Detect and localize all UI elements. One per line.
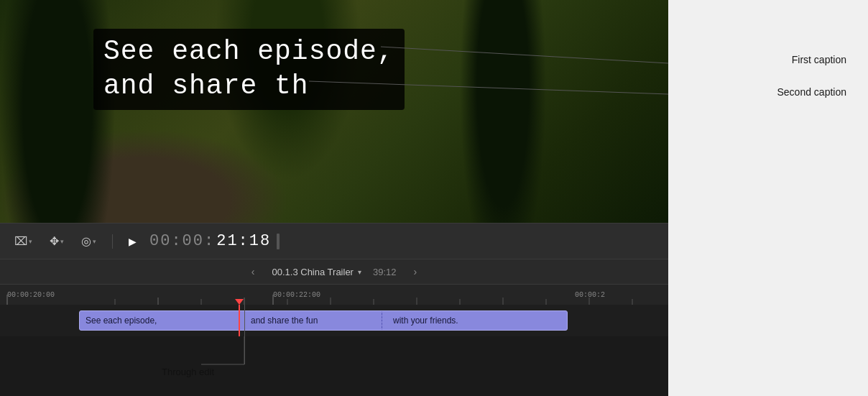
timeline-nav: ‹ 00.1.3 China Trailer ▾ 39:12 › [0, 259, 668, 285]
below-timeline-area [0, 336, 668, 396]
through-edit-label: Through edit [162, 367, 214, 377]
crop-button[interactable]: ⌧ ▾ [10, 231, 37, 251]
transform-tool-group: ✥ ▾ [45, 231, 68, 251]
crop-dropdown-arrow: ▾ [29, 238, 32, 245]
playhead-head [235, 299, 244, 305]
tc-segment-indicator [277, 234, 280, 249]
speed-dropdown-arrow: ▾ [93, 238, 96, 245]
speed-button[interactable]: ◎ ▾ [77, 231, 101, 251]
timecode-active-part: 21:18 [216, 232, 271, 250]
transform-dropdown-arrow: ▾ [60, 238, 64, 245]
play-icon: ▶ [129, 236, 137, 247]
timeline-ruler: 00:00:20:00 00:00:22:00 00:00:2 [0, 285, 668, 305]
next-arrow[interactable]: › [408, 263, 423, 280]
timeline-title-text: 00.1.3 China Trailer [272, 267, 354, 277]
speed-icon: ◎ [81, 234, 91, 248]
ruler-ticks-svg [0, 285, 668, 305]
caption-line-1: See each episode, [103, 34, 394, 69]
through-edit-tick-line [244, 305, 245, 364]
timecode-display: 00:00:21:18 [149, 232, 280, 250]
playhead [239, 305, 240, 336]
crop-tool-group: ⌧ ▾ [10, 231, 37, 251]
video-preview: See each episode, and share th [0, 0, 668, 223]
transform-icon: ✥ [50, 234, 59, 248]
crop-icon: ⌧ [14, 234, 27, 248]
timeline-duration: 39:12 [373, 267, 397, 277]
speed-tool-group: ◎ ▾ [77, 231, 101, 251]
caption-line-2: and share th [103, 69, 394, 103]
clip-segment-2: and share the fun [245, 316, 323, 326]
caption-overlay: See each episode, and share th [93, 29, 405, 110]
timeline-title[interactable]: 00.1.3 China Trailer ▾ [272, 267, 361, 277]
clip-divider-2 [382, 311, 382, 330]
toolbar: ⌧ ▾ ✥ ▾ ◎ ▾ ▶ 00:00:21:18 [0, 223, 668, 259]
play-button[interactable]: ▶ [124, 233, 141, 250]
timeline-track: See each episode, and share the fun with… [0, 305, 668, 336]
second-caption-label: Second caption [777, 86, 846, 98]
clip-segment-3: with your friends. [387, 316, 464, 326]
timecode-dim-part: 00:00: [149, 232, 215, 250]
prev-arrow[interactable]: ‹ [246, 263, 261, 280]
transform-button[interactable]: ✥ ▾ [45, 231, 68, 251]
toolbar-divider-1 [112, 234, 113, 249]
caption-clip[interactable]: See each episode, and share the fun with… [79, 310, 568, 331]
clip-segment-1: See each episode, [80, 316, 162, 326]
first-caption-label: First caption [792, 54, 846, 65]
timeline-dropdown-arrow: ▾ [358, 268, 361, 276]
